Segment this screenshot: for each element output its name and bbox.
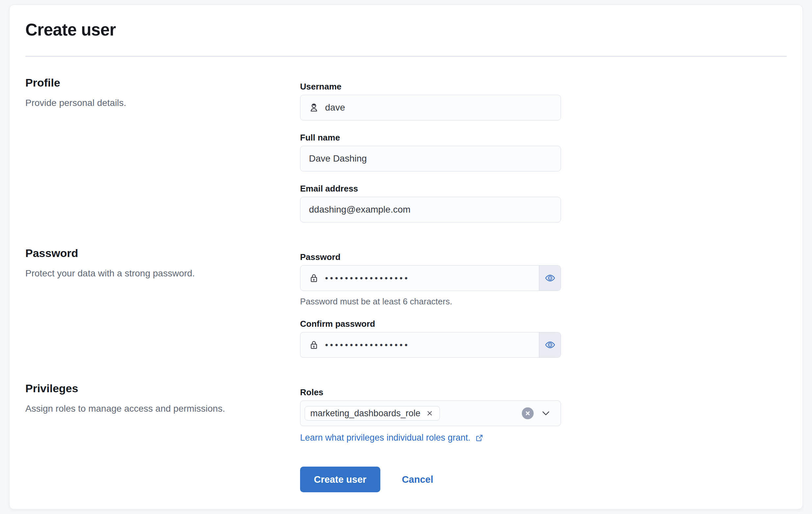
password-help-text: Password must be at least 6 characters. [300,296,561,307]
email-field[interactable] [309,197,552,222]
confirm-password-input[interactable]: ••••••••••••••••• [325,340,530,350]
title-divider [25,56,787,57]
section-heading-profile: Profile [25,76,300,89]
email-input-wrap [300,197,561,223]
role-pill-label: marketing_dashboards_role [310,408,420,419]
full-name-group: Full name [300,133,561,171]
username-input[interactable] [325,95,552,120]
roles-label: Roles [300,387,561,397]
confirm-password-label: Confirm password [300,319,561,329]
full-name-input[interactable] [309,146,552,171]
section-profile-intro: Profile Provide personal details. [25,76,300,223]
username-input-wrap [300,95,561,120]
page-title: Create user [25,20,787,40]
section-privileges: Privileges Assign roles to manage access… [25,381,787,443]
confirm-password-visibility-toggle[interactable] [539,332,561,358]
section-password: Password Protect your data with a strong… [25,246,787,358]
user-icon [309,103,319,113]
eye-icon [545,339,556,350]
roles-link-row: Learn what privileges individual roles g… [300,433,561,443]
create-user-panel: Create user Profile Provide personal det… [9,5,803,509]
confirm-password-input-wrap: ••••••••••••••••• [300,332,561,358]
password-input[interactable]: ••••••••••••••••• [325,273,530,283]
section-profile: Profile Provide personal details. Userna… [25,76,787,223]
x-icon[interactable] [425,409,434,418]
section-desc-profile: Provide personal details. [25,97,300,109]
roles-combobox-controls [522,401,551,426]
chevron-down-icon[interactable] [541,408,551,418]
section-password-intro: Password Protect your data with a strong… [25,246,300,358]
section-password-fields: Password ••••••••••••••••• [300,246,561,358]
clear-circle-icon[interactable] [522,407,534,419]
full-name-input-wrap [300,146,561,171]
password-label: Password [300,252,561,262]
section-privileges-intro: Privileges Assign roles to manage access… [25,381,300,443]
email-label: Email address [300,183,561,194]
password-input-wrap: ••••••••••••••••• [300,265,561,291]
email-group: Email address [300,183,561,223]
password-group: Password ••••••••••••••••• [300,252,561,307]
create-user-button[interactable]: Create user [300,467,380,492]
form-sections: Profile Provide personal details. Userna… [25,76,787,443]
form-actions: Create user Cancel [300,467,787,492]
section-heading-password: Password [25,246,300,260]
password-visibility-toggle[interactable] [539,265,561,291]
section-desc-password: Protect your data with a strong password… [25,267,300,279]
section-desc-privileges: Assign roles to manage access and permis… [25,403,300,415]
roles-privileges-link[interactable]: Learn what privileges individual roles g… [300,433,470,443]
username-label: Username [300,82,561,91]
external-link-icon [475,434,484,442]
confirm-password-group: Confirm password ••••••••••••••••• [300,319,561,358]
lock-icon [309,340,319,350]
lock-icon [309,273,319,283]
section-privileges-fields: Roles marketing_dashboards_role [300,381,561,443]
section-heading-privileges: Privileges [25,381,300,395]
section-profile-fields: Username Full name [300,76,561,223]
eye-icon [545,273,556,284]
username-group: Username [300,82,561,120]
cancel-button[interactable]: Cancel [402,474,433,485]
full-name-label: Full name [300,133,561,142]
roles-combobox[interactable]: marketing_dashboards_role [300,400,561,426]
roles-group: Roles marketing_dashboards_role [300,387,561,443]
role-pill[interactable]: marketing_dashboards_role [304,406,440,421]
